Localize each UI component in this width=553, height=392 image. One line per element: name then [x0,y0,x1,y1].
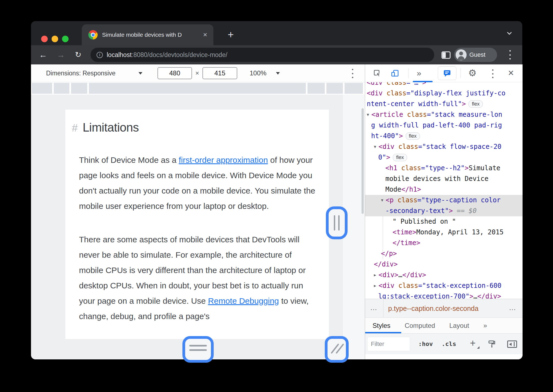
macos-minimize-button[interactable] [52,36,58,42]
elements-tree-row[interactable]: <time>Monday, April 13, 2015 [365,227,523,238]
tab-styles[interactable]: Styles [373,322,390,329]
url-text: localhost:8080/docs/devtools/device-mode… [107,51,227,59]
page-scrollbar-thumb[interactable] [362,108,364,214]
media-query-segment[interactable] [54,83,69,94]
breadcrumb-overflow-right[interactable]: … [509,299,517,318]
devtools-sidebar-tabs: StylesComputedLayout» [365,317,523,333]
device-toolbar: Dimensions: Responsive × 100% [31,64,365,82]
elements-tree-row[interactable]: -secondary-text"> == $0 [365,206,523,216]
device-zoom-selector[interactable]: 100% [250,64,266,82]
url-host: localhost [107,51,132,58]
elements-tree-row[interactable]: ▶<div class="stack-exception-600 [365,280,523,291]
text-link[interactable]: Remote Debugging [208,296,279,305]
back-button[interactable]: ← [37,45,49,64]
elements-tree-row[interactable]: g width-full pad-left-400 pad-rig [365,120,523,131]
toggle-element-classes[interactable]: .cls [442,334,456,354]
site-info-icon[interactable]: i [97,52,103,58]
elements-tree-row[interactable]: ▶<div>…</div> [365,270,523,280]
elements-tree-row[interactable]: ntent-center width-full">flex [365,99,523,109]
media-query-segment[interactable] [307,83,325,94]
devtools-close-icon[interactable]: ✕ [508,64,514,82]
article-card: # Limitations Think of Device Mode as a … [65,110,329,339]
device-toolbar-menu-icon[interactable] [350,68,355,79]
elements-tree-row[interactable]: </p> [365,248,523,259]
browser-tab[interactable]: Simulate mobile devices with D ✕ [82,24,213,45]
elements-tree-row[interactable]: <div class="display-flex justify-co [365,88,523,99]
address-bar[interactable]: i localhost:8080/docs/devtools/device-mo… [91,48,434,62]
elements-breadcrumb-bar: … p.type--caption.color-seconda … [365,299,523,317]
media-query-segment[interactable] [71,83,87,94]
media-query-segment[interactable] [345,83,363,94]
tab-title-fade [182,26,199,44]
tab-close-icon[interactable]: ✕ [201,31,209,39]
reload-button[interactable]: ↻ [72,45,84,64]
viewport-resize-handle-corner[interactable] [325,336,349,363]
viewport-resize-handle-right[interactable] [326,206,348,239]
console-insights-button[interactable] [438,66,456,80]
elements-tree-rows: <div class="…"><div class="display-flex … [365,82,523,299]
rendering-brush-icon[interactable] [487,340,496,350]
heading-anchor-hash[interactable]: # [72,122,78,134]
elements-tree-row[interactable]: " Published on " [365,216,523,227]
toggle-pseudo-classes[interactable]: :hov [418,334,433,354]
settings-gear-icon[interactable]: ⚙ [468,64,476,82]
side-panel-icon[interactable] [441,51,451,60]
devtools-panel: » ⚙ ✕ <div class="…"><div class="display… [365,64,522,359]
collapsed-arrow-icon[interactable]: ▶ [374,280,379,291]
macos-zoom-button[interactable] [62,36,69,42]
styles-filter-bar: :hov .cls + [365,333,523,354]
expanded-arrow-icon[interactable]: ▼ [367,109,371,120]
tab-search-chevron-icon[interactable] [505,29,514,39]
devtools-menu-icon[interactable] [490,69,495,79]
devtools-toolbar: » ⚙ ✕ [365,64,523,82]
new-style-rule-button[interactable]: + [470,334,476,353]
flex-badge: flex [469,100,483,108]
flex-badge: flex [393,154,407,161]
tab-computed[interactable]: Computed [405,322,435,329]
media-query-segment[interactable] [89,83,306,94]
browser-menu-icon[interactable] [507,50,513,60]
styles-filter-input[interactable] [367,337,410,351]
elements-tree-row[interactable]: 0">flex [365,152,523,163]
elements-tree-row[interactable]: ▼<div class="stack flow-space-20 [365,141,523,152]
screenshot-stage: Simulate mobile devices with D ✕ + ← → ↻… [0,0,553,392]
elements-tree-row[interactable]: <h1 class="type--h2">Simulate [365,163,523,174]
device-height-input[interactable] [202,67,237,79]
elements-tree-row[interactable]: <div class="…"> [365,82,523,88]
chat-bubble-icon [442,69,452,78]
elements-tree-row[interactable]: Mode</h1> [365,184,523,195]
viewport-resize-handle-bottom[interactable] [182,336,214,363]
breadcrumb-selected-node[interactable]: p.type--caption.color-seconda [388,299,478,318]
inspect-element-icon[interactable] [373,69,381,78]
dimensions-caret-icon [139,72,142,75]
expanded-arrow-icon[interactable]: ▼ [374,141,379,152]
elements-tree-row[interactable]: lg:stack-exception-700">…</div> [365,291,523,299]
expanded-arrow-icon[interactable]: ▼ [381,195,386,206]
paragraph: Think of Device Mode as a first-order ap… [79,152,315,214]
flex-badge: flex [406,132,420,140]
macos-close-button[interactable] [41,36,48,42]
forward-button[interactable]: → [55,45,67,64]
elements-tree-row[interactable]: mobile devices with Device [365,174,523,184]
media-query-segment[interactable] [326,83,343,94]
dock-sidebar-icon[interactable] [507,340,517,348]
text-link[interactable]: first-order approximation [179,155,268,164]
avatar [456,49,467,60]
breadcrumb-overflow-left[interactable]: … [370,299,378,318]
collapsed-arrow-icon[interactable]: ▶ [374,270,379,280]
device-toolbar-toggle-icon[interactable] [391,69,399,78]
device-width-input[interactable] [157,67,192,79]
more-tabs-icon[interactable]: » [417,64,421,82]
dimensions-selector[interactable]: Dimensions: Responsive [46,64,115,82]
elements-tree-row[interactable]: </time> [365,238,523,248]
tab-more[interactable]: » [483,322,487,329]
elements-tree-row[interactable]: ▼<article class="stack measure-lon [365,109,523,120]
elements-tree-row[interactable]: ht-400">flex [365,131,523,141]
new-tab-button[interactable]: + [221,25,241,45]
tab-layout[interactable]: Layout [449,322,469,329]
elements-tree-row[interactable]: ▼<p class="type--caption color [365,195,523,206]
media-query-segment[interactable] [32,83,52,94]
elements-tree-row[interactable]: </div> [365,259,523,270]
url-path: :8080/docs/devtools/device-mode/ [132,51,227,58]
profile-chip[interactable]: Guest [454,48,497,62]
